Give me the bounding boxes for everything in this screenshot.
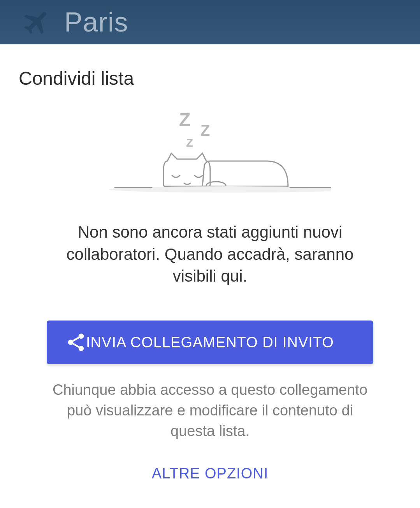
access-disclaimer: Chiunque abbia accesso a questo collegam…: [19, 380, 401, 442]
svg-point-8: [68, 340, 74, 345]
svg-text:Z: Z: [200, 122, 210, 139]
svg-point-7: [79, 334, 84, 339]
svg-point-9: [79, 346, 84, 351]
app-header: Paris: [0, 0, 420, 44]
page-title: Condividi lista: [19, 68, 401, 89]
more-options-button[interactable]: ALTRE OPZIONI: [19, 465, 401, 482]
empty-state-message: Non sono ancora stati aggiunti nuovi col…: [19, 221, 401, 287]
invite-button-label: INVIA COLLEGAMENTO DI INVITO: [86, 334, 334, 351]
svg-text:Z: Z: [179, 109, 190, 130]
svg-line-11: [73, 343, 79, 347]
airplane-icon: [21, 7, 53, 38]
header-title: Paris: [64, 7, 128, 38]
svg-text:Z: Z: [186, 136, 193, 149]
sleeping-cat-icon: Z Z Z: [90, 109, 331, 198]
main-content: Condividi lista Z Z Z: [0, 44, 420, 482]
svg-line-10: [73, 338, 79, 341]
send-invite-link-button[interactable]: INVIA COLLEGAMENTO DI INVITO: [47, 321, 373, 364]
share-icon: [65, 332, 86, 353]
empty-state-illustration: Z Z Z: [19, 109, 401, 198]
